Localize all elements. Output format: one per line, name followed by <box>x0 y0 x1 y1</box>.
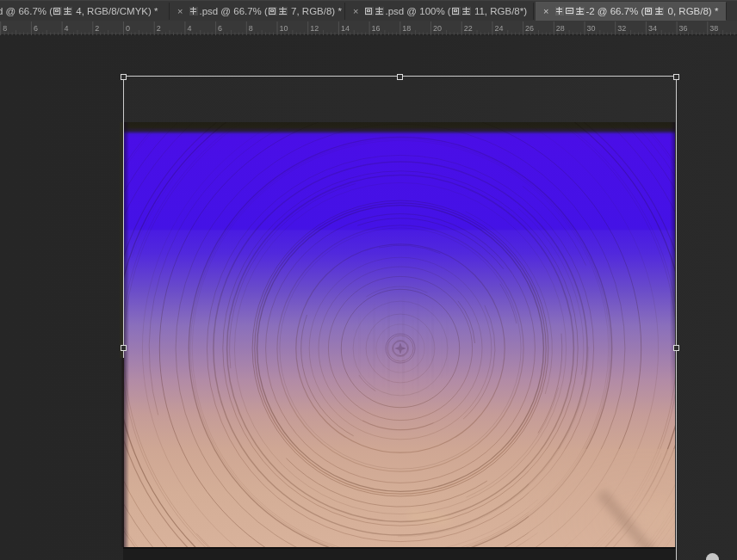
svg-text:16: 16 <box>372 24 381 33</box>
svg-text:14: 14 <box>341 24 350 33</box>
svg-text:34: 34 <box>648 24 657 33</box>
svg-text:0: 0 <box>126 24 130 33</box>
svg-text:18: 18 <box>402 24 411 33</box>
svg-text:32: 32 <box>617 24 626 33</box>
svg-text:26: 26 <box>525 24 534 33</box>
svg-text:12: 12 <box>310 24 319 33</box>
svg-text:2: 2 <box>95 24 99 33</box>
svg-text:8: 8 <box>3 24 7 33</box>
svg-text:28: 28 <box>556 24 565 33</box>
svg-text:38: 38 <box>709 24 718 33</box>
svg-text:22: 22 <box>464 24 473 33</box>
svg-text:6: 6 <box>34 24 38 33</box>
svg-text:2: 2 <box>157 24 161 33</box>
svg-text:24: 24 <box>494 24 503 33</box>
svg-text:6: 6 <box>218 24 222 33</box>
svg-text:4: 4 <box>187 24 191 33</box>
svg-text:36: 36 <box>679 24 688 33</box>
svg-text:8: 8 <box>249 24 253 33</box>
svg-text:30: 30 <box>587 24 596 33</box>
svg-text:20: 20 <box>433 24 442 33</box>
svg-text:10: 10 <box>280 24 288 33</box>
svg-text:4: 4 <box>65 24 69 33</box>
